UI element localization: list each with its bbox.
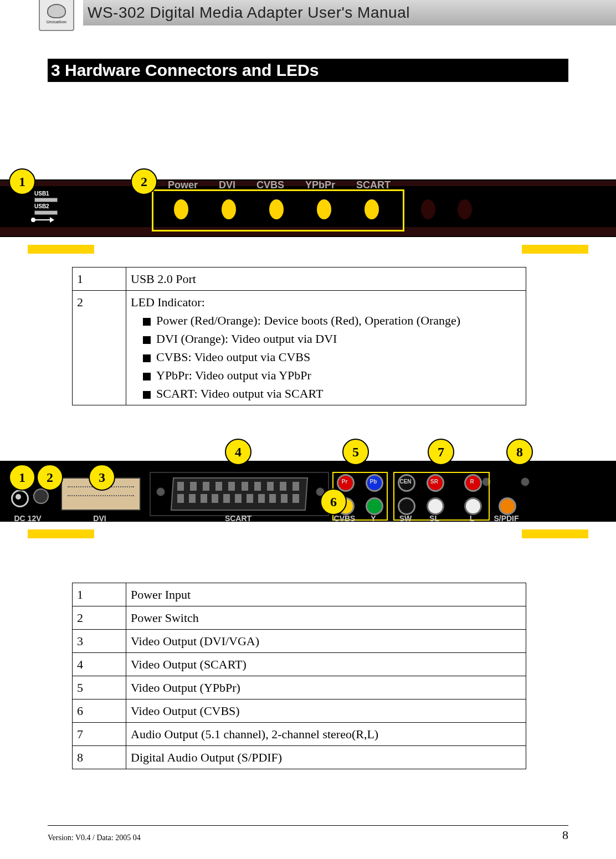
device-foot-left (28, 529, 94, 538)
bullet-icon (143, 391, 151, 399)
bullet-icon (143, 318, 151, 326)
port-section-label: L (470, 514, 475, 523)
rear-panel-diagram: Pr Pb CEN SR R DC 12V DVI SCART CVBS Y S… (0, 439, 616, 549)
chapter-title: 3 Hardware Connectors and LEDs (51, 61, 319, 79)
port-section-label: S/PDIF (494, 514, 519, 523)
rca-sl-icon (427, 497, 444, 515)
table-cell-num: 2 (73, 291, 126, 405)
table-cell-text: Video Output (YPbPr) (126, 676, 526, 699)
port-label: Pb (370, 479, 377, 485)
callout-bubble: 8 (506, 439, 533, 465)
callout-number: 4 (235, 445, 242, 460)
table-cell-num: 5 (73, 676, 126, 699)
usb-port-group: USB1 USB2 (34, 191, 58, 223)
screw-icon (156, 487, 165, 496)
led-icon (222, 199, 236, 219)
table-cell-text: Audio Output (5.1 channel), 2-channel st… (126, 723, 526, 746)
callout-bubble: 7 (428, 439, 454, 465)
table-cell-text: Digital Audio Output (S/PDIF) (126, 746, 526, 769)
bullet-icon (143, 373, 151, 380)
port-label: R (470, 479, 474, 485)
power-switch-icon (33, 488, 49, 504)
dc-center-icon (16, 494, 21, 500)
led-icon (317, 199, 331, 219)
callout-number: 7 (438, 445, 444, 460)
table-cell-text: Power Switch (126, 606, 526, 630)
callout-number: 2 (47, 470, 53, 485)
led-intro: LED Indicator: (131, 295, 205, 309)
table-row: 5Video Output (YPbPr) (73, 676, 526, 699)
table-row: 1 USB 2.0 Port (73, 268, 526, 291)
bullet-text: DVI (Orange): Video output via DVI (156, 332, 337, 346)
table-row: 7Audio Output (5.1 channel), 2-channel s… (73, 723, 526, 746)
bullet-text: YPbPr: Video output via YPbPr (156, 368, 311, 382)
callout-number: 6 (330, 495, 337, 510)
table-cell-num: 1 (73, 268, 126, 291)
port-section-label: SW (399, 514, 412, 523)
callout-bubble: 6 (320, 488, 347, 515)
bullet-icon (143, 354, 151, 362)
callout-number: 1 (19, 470, 25, 485)
table-cell-text: Video Output (SCART) (126, 653, 526, 676)
callout-number: 1 (19, 174, 25, 189)
usb2-label: USB2 (34, 203, 58, 209)
table-cell-text: Video Output (DVI/VGA) (126, 630, 526, 653)
front-panel-table: 1 USB 2.0 Port 2 LED Indicator: Power (R… (72, 267, 526, 405)
brand-logo: Unication (39, 0, 74, 31)
callout-bubble: 5 (342, 439, 369, 465)
callout-bubble-2: 2 (131, 168, 157, 195)
table-row: 2Power Switch (73, 606, 526, 630)
screw-icon (521, 477, 530, 486)
callout-bubble: 2 (37, 464, 63, 491)
callout-number: 5 (352, 445, 359, 460)
led-row (157, 199, 396, 219)
table-row: 1Power Input (73, 583, 526, 606)
device-foot-left (28, 245, 94, 254)
spdif-port-icon (499, 497, 516, 515)
callout-bubble: 1 (9, 464, 35, 491)
usb1-label: USB1 (34, 191, 58, 197)
scart-pin-row (177, 482, 299, 491)
document-title-bar: WS-302 Digital Media Adapter User's Manu… (83, 0, 616, 25)
callout-bubble: 3 (89, 464, 115, 491)
bullet-icon (143, 336, 151, 344)
doc-version: Version: V0.4 / Data: 2005 04 (48, 834, 141, 842)
table-cell-text: LED Indicator: Power (Red/Orange): Devic… (126, 291, 526, 405)
table-row: 4Video Output (SCART) (73, 653, 526, 676)
logo-text: Unication (47, 19, 66, 24)
led-icon (365, 199, 379, 219)
bullet-text: SCART: Video output via SCART (156, 387, 323, 400)
port-label: CEN (399, 479, 411, 485)
usb-slot-icon (34, 198, 58, 202)
indicator-dot (421, 199, 435, 219)
table-cell-text: Video Output (CVBS) (126, 699, 526, 723)
rca-sw-icon (398, 497, 415, 515)
front-extra-indicators (421, 199, 472, 219)
table-row: 6Video Output (CVBS) (73, 699, 526, 723)
table-cell-text: USB 2.0 Port (126, 268, 526, 291)
bullet-text: CVBS: Video output via CVBS (156, 350, 310, 364)
usb-icon (34, 217, 54, 223)
front-panel-diagram: USB1 USB2 Power DVI CVBS YPbPr SCART 1 2 (0, 160, 616, 254)
port-label: SR (430, 479, 438, 485)
bullet-text: Power (Red/Orange): Device boots (Red), … (156, 313, 460, 327)
callout-number: 3 (99, 470, 105, 485)
port-section-label: SL (429, 514, 439, 523)
logo-icon (47, 4, 66, 18)
port-section-label: DVI (93, 514, 106, 523)
callout-number: 8 (516, 445, 523, 460)
port-label: Pr (342, 479, 348, 485)
device-foot-right (522, 245, 588, 254)
rear-panel-table: 1Power Input 2Power Switch 3Video Output… (72, 583, 526, 769)
table-cell-num: 7 (73, 723, 126, 746)
callout-bubble-1: 1 (9, 168, 35, 195)
table-cell-num: 8 (73, 746, 126, 769)
chapter-heading: 3 Hardware Connectors and LEDs (48, 59, 568, 82)
port-section-label: Y (371, 514, 376, 523)
port-section-label: SCART (225, 514, 251, 523)
table-row: 3Video Output (DVI/VGA) (73, 630, 526, 653)
device-foot-right (522, 529, 588, 538)
table-cell-num: 1 (73, 583, 126, 606)
page-footer: Version: V0.4 / Data: 2005 04 8 (48, 825, 568, 842)
table-cell-num: 6 (73, 699, 126, 723)
